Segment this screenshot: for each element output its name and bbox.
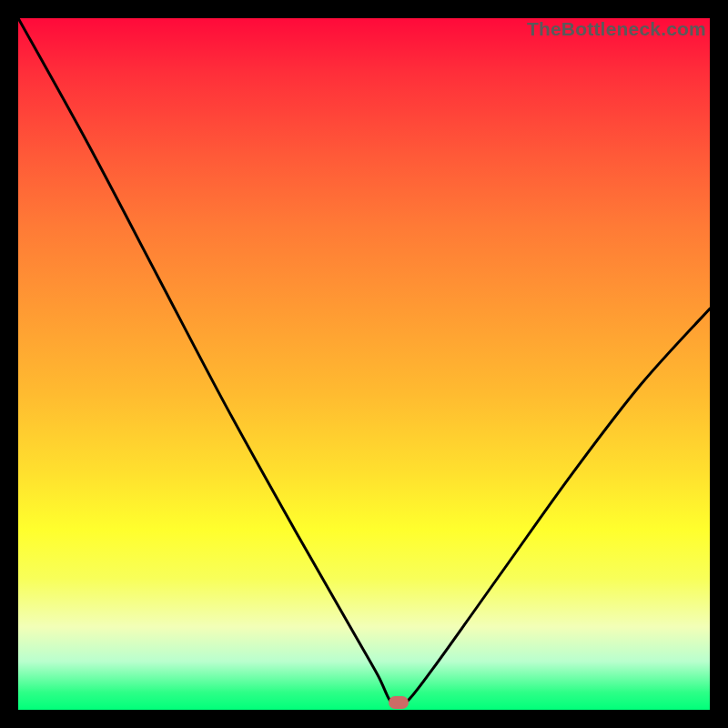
plot-area: TheBottleneck.com <box>18 18 710 710</box>
chart-frame: TheBottleneck.com <box>0 0 728 728</box>
optimal-point-marker <box>389 696 409 709</box>
bottleneck-curve <box>18 18 710 710</box>
